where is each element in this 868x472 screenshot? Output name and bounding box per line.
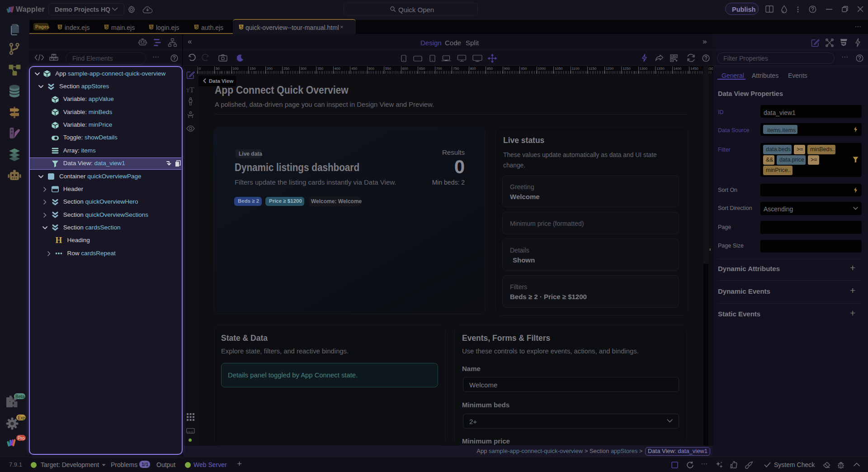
svg-text:H: H (56, 237, 62, 244)
